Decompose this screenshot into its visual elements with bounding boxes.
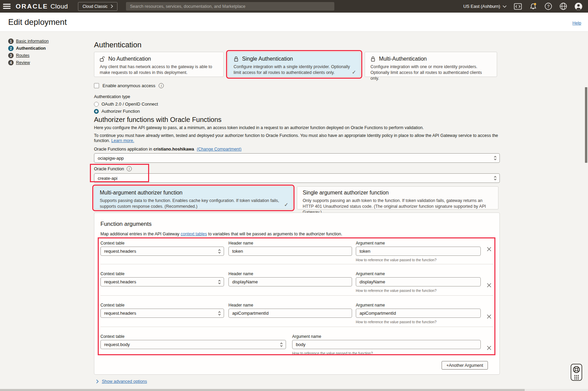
card-description: Configure integration with a single iden… <box>234 64 355 76</box>
selected-check-icon: ✓ <box>352 69 356 75</box>
user-avatar[interactable] <box>574 2 583 11</box>
oracle-function-label: Oracle Function <box>94 167 124 171</box>
region-selector[interactable]: US East (Ashburn) <box>463 4 507 9</box>
card-single-authentication[interactable]: Single Authentication Configure integrat… <box>228 52 361 77</box>
locked-icon <box>370 56 376 62</box>
radio-authorizer-function[interactable]: Authorizer Function <box>94 109 500 114</box>
radio-label: Authorizer Function <box>101 109 140 114</box>
anonymous-access-checkbox[interactable] <box>94 83 99 88</box>
context-table-select[interactable]: request.headers <box>100 309 224 318</box>
oracle-function-select[interactable]: create-api <box>94 173 500 183</box>
vertical-scrollbar-thumb[interactable] <box>585 87 587 163</box>
argument-name-input[interactable] <box>356 247 481 256</box>
locked-icon <box>234 56 239 62</box>
argument-row: Context table request.headers Header nam… <box>100 264 493 296</box>
select-value: request.body <box>104 342 130 347</box>
support-chat-button[interactable] <box>571 364 582 381</box>
argument-name-label: Argument name <box>356 241 481 245</box>
card-title: No Authentication <box>108 56 151 62</box>
remove-argument-button[interactable] <box>484 245 493 253</box>
context-table-select[interactable]: request.headers <box>100 277 224 286</box>
argument-rows: Context table request.headers Header nam… <box>100 240 493 358</box>
brand-cloud: Cloud <box>50 3 68 10</box>
remove-argument-button[interactable] <box>484 343 493 352</box>
context-table-select[interactable]: request.headers <box>100 247 224 256</box>
select-stepper-icon <box>218 280 221 284</box>
authorizer-heading: Authorizer functions with Oracle Functio… <box>94 115 500 124</box>
cloud-classic-button[interactable]: Cloud Classic <box>78 2 117 11</box>
card-title: Multi-Authentication <box>379 56 427 62</box>
select-value: request.headers <box>104 311 136 316</box>
chevron-down-icon <box>503 5 507 8</box>
authorizer-paragraph-2: To continue you must have already writte… <box>94 133 500 143</box>
developer-console-icon[interactable] <box>514 3 522 10</box>
context-table-label: Context table <box>100 241 224 245</box>
show-advanced-options-link[interactable]: Show advanced options <box>102 379 147 384</box>
step-basic-information[interactable]: 1 Basic information <box>8 38 49 44</box>
argument-name-input[interactable] <box>356 277 481 286</box>
step-review[interactable]: 4 Review <box>8 60 49 65</box>
select-value: request.headers <box>104 249 136 254</box>
argument-name-input[interactable] <box>356 309 481 318</box>
radio-oauth[interactable]: OAuth 2.0 / OpenID Connect <box>94 101 500 107</box>
another-argument-button[interactable]: +Another Argument <box>442 361 488 370</box>
card-description: Configure integration with one or more i… <box>370 64 491 81</box>
argument-helper-text: How to reference the value passed to the… <box>356 320 481 324</box>
language-globe-icon[interactable] <box>559 2 567 10</box>
header-name-input[interactable] <box>228 277 352 286</box>
main-content: Authentication No Authentication Any cli… <box>94 38 500 384</box>
argument-name-input[interactable] <box>292 340 481 349</box>
context-tables-link[interactable]: context tables <box>181 232 207 236</box>
functions-application-select[interactable]: ociapigw-app <box>94 153 500 163</box>
header-name-input[interactable] <box>228 247 352 256</box>
info-icon[interactable] <box>159 83 164 88</box>
select-stepper-icon <box>218 311 221 316</box>
remove-argument-button[interactable] <box>484 312 493 321</box>
context-table-label: Context table <box>100 334 286 339</box>
chevron-right-icon <box>96 379 99 384</box>
enable-anonymous-access-row: Enable anonymous access <box>94 83 500 88</box>
step-number: 1 <box>8 38 14 44</box>
argument-helper-text: How to reference the value passed to the… <box>292 351 481 355</box>
card-single-argument[interactable]: Single argument authorizer function Only… <box>297 186 498 209</box>
header-name-input[interactable] <box>228 309 352 318</box>
info-icon[interactable] <box>127 166 132 171</box>
step-label: Authentication <box>16 46 46 51</box>
step-routes[interactable]: 3 Routes <box>8 53 49 58</box>
anonymous-access-label: Enable anonymous access <box>102 83 155 88</box>
paragraph-text: To continue you must have already writte… <box>94 133 498 143</box>
help-icon[interactable]: ? <box>544 2 552 10</box>
card-multi-argument[interactable]: Multi-argument authorizer function Suppo… <box>94 186 293 209</box>
header-name-label: Header name <box>228 272 352 276</box>
learn-more-link[interactable]: Learn more. <box>111 138 134 143</box>
horizontal-scrollbar-thumb[interactable] <box>0 389 525 391</box>
select-stepper-icon <box>494 156 497 160</box>
card-title: Single argument authorizer function <box>303 190 493 196</box>
help-link[interactable]: Help <box>572 21 581 26</box>
card-no-authentication[interactable]: No Authentication Any client that has ne… <box>94 52 224 77</box>
notifications-bell-icon[interactable] <box>529 2 537 11</box>
card-multi-authentication[interactable]: Multi-Authentication Configure integrati… <box>365 52 497 77</box>
step-number: 2 <box>8 46 14 51</box>
remove-argument-button[interactable] <box>484 281 493 290</box>
step-authentication[interactable]: 2 Authentication <box>8 46 49 51</box>
brand-oracle: ORACLE <box>16 3 48 10</box>
region-label: US East (Ashburn) <box>463 4 500 9</box>
radio-on-icon <box>94 109 99 114</box>
select-stepper-icon <box>280 342 283 347</box>
select-value: ociapigw-app <box>98 156 124 161</box>
function-arguments-intro: Map additional entries in the API Gatewa… <box>100 232 493 237</box>
intro-text: to variables that will be passed as argu… <box>207 232 342 236</box>
step-label: Basic information <box>16 39 49 44</box>
card-title: Single Authentication <box>242 56 293 62</box>
authorizer-type-cards: Multi-argument authorizer function Suppo… <box>94 186 500 209</box>
radio-off-icon <box>94 102 99 107</box>
oracle-function-field: Oracle Function create-api <box>94 166 500 183</box>
context-table-select[interactable]: request.body <box>100 340 286 349</box>
context-table-label: Context table <box>100 303 224 307</box>
search-input[interactable] <box>126 2 334 11</box>
change-compartment-link[interactable]: (Change Compartment) <box>197 147 241 152</box>
oracle-cloud-logo[interactable]: ORACLE Cloud <box>16 3 68 10</box>
menu-icon[interactable] <box>3 4 11 9</box>
radio-label: OAuth 2.0 / OpenID Connect <box>101 101 158 107</box>
